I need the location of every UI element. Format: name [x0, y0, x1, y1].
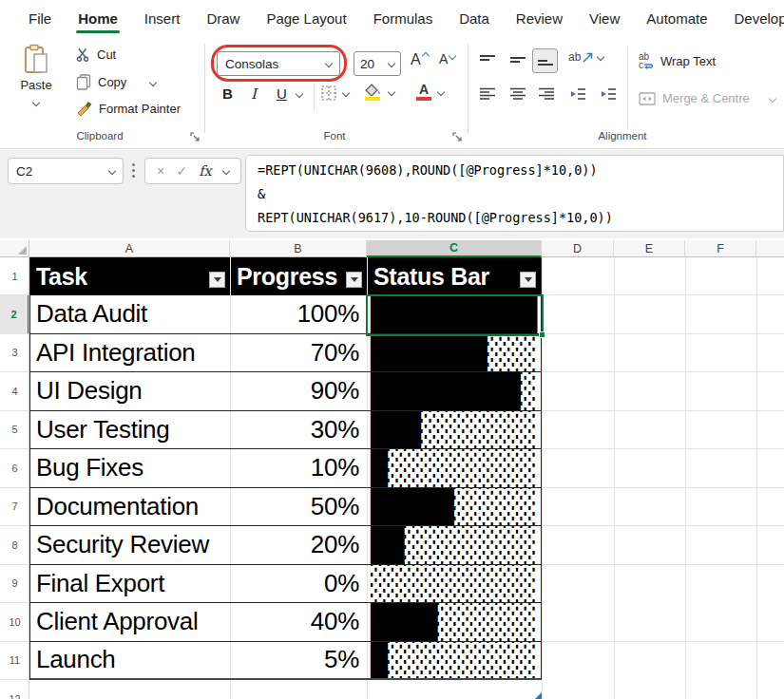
cell-task[interactable]: Launch [30, 642, 231, 679]
align-top-button[interactable] [479, 53, 496, 66]
filter-button-task[interactable] [209, 272, 225, 288]
table-header-progress[interactable]: Progress [231, 257, 368, 295]
cell-progress[interactable]: 5% [231, 642, 368, 679]
cell-task[interactable]: Security Review [30, 526, 231, 564]
bold-button[interactable]: B [222, 85, 233, 102]
cell-status-bar[interactable]: █████████░ [368, 372, 541, 410]
row-header-2[interactable]: 2 [0, 295, 29, 334]
filter-button-status-bar[interactable] [520, 272, 536, 288]
cell-progress[interactable]: 10% [231, 449, 368, 487]
column-header-D[interactable]: D [542, 240, 614, 257]
name-box[interactable]: C2 [8, 158, 124, 184]
cell-status-bar[interactable]: ███████░░░ [368, 334, 541, 372]
fill-handle[interactable] [539, 331, 545, 338]
tab-developer[interactable]: Developer [721, 2, 784, 35]
font-color-button[interactable]: A [416, 84, 444, 101]
row-header-1[interactable]: 1 [0, 257, 29, 295]
merge-centre-button[interactable]: Merge & Centre [639, 91, 775, 105]
row-header-3[interactable]: 3 [0, 334, 29, 373]
paste-button[interactable]: Paste [13, 42, 59, 123]
align-middle-button[interactable] [509, 53, 526, 66]
tab-view[interactable]: View [576, 2, 633, 35]
cell-task[interactable]: Client Approval [30, 603, 231, 641]
row-header-7[interactable]: 7 [0, 488, 29, 527]
cell-status-bar[interactable]: ████░░░░░░ [368, 603, 541, 641]
tab-automate[interactable]: Automate [633, 2, 720, 35]
formula-input[interactable]: =REPT(UNICHAR(9608),ROUND([@Progress]*10… [245, 155, 784, 232]
fx-chevron-down-icon[interactable] [222, 167, 230, 175]
tab-insert[interactable]: Insert [131, 2, 194, 35]
tab-page-layout[interactable]: Page Layout [253, 2, 359, 35]
underline-chevron-down-icon[interactable] [296, 90, 303, 98]
column-header-F[interactable]: F [685, 240, 756, 257]
table-header-status-bar[interactable]: Status Bar [368, 257, 541, 295]
tab-data[interactable]: Data [446, 2, 503, 35]
tab-draw[interactable]: Draw [193, 2, 253, 35]
cell-progress[interactable]: 70% [231, 334, 368, 372]
cell-status-bar[interactable]: █████░░░░░ [368, 488, 541, 526]
row-header-6[interactable]: 6 [0, 449, 29, 488]
cell-progress[interactable]: 90% [231, 372, 368, 410]
fill-color-button[interactable] [365, 84, 394, 101]
format-painter-button[interactable]: Format Painter [76, 101, 181, 116]
cell-progress[interactable]: 0% [231, 565, 368, 603]
cell-progress[interactable]: 50% [231, 488, 368, 526]
column-header-E[interactable]: E [614, 240, 685, 257]
enter-icon[interactable]: ✓ [176, 163, 187, 179]
cell-status-bar[interactable]: █░░░░░░░░░ [368, 449, 541, 487]
align-center-button[interactable] [509, 87, 526, 101]
cell-status-bar[interactable]: ███░░░░░░░ [368, 411, 541, 449]
cell-status-bar[interactable]: ░░░░░░░░░░ [368, 565, 541, 603]
borders-button[interactable] [321, 85, 349, 101]
cell-task[interactable]: User Testing [30, 411, 231, 449]
cell-task[interactable]: API Integration [30, 334, 231, 372]
italic-button[interactable]: I [251, 85, 257, 103]
cell-progress[interactable]: 100% [231, 295, 368, 333]
row-header-4[interactable]: 4 [0, 372, 29, 411]
cell-status-bar[interactable]: ██░░░░░░░░ [368, 526, 541, 564]
filter-button-progress[interactable] [346, 272, 362, 288]
cut-button[interactable]: Cut [76, 47, 116, 62]
tab-home[interactable]: Home [65, 2, 131, 35]
align-left-button[interactable] [479, 87, 496, 101]
cancel-icon[interactable]: × [157, 163, 164, 179]
column-header-G[interactable] [756, 240, 784, 257]
font-size-combo[interactable]: 20 [354, 51, 401, 76]
underline-button[interactable]: U [277, 85, 287, 102]
tab-review[interactable]: Review [503, 2, 576, 35]
tab-file[interactable]: File [15, 2, 65, 35]
cell-progress[interactable]: 40% [231, 603, 368, 641]
insert-function-icon[interactable]: fx [199, 163, 212, 179]
wrap-text-button[interactable]: ab c Wrap Text [639, 53, 716, 69]
increase-font-size-button[interactable]: A [411, 51, 429, 68]
table-resize-handle[interactable] [534, 692, 542, 699]
row-header-5[interactable]: 5 [0, 411, 29, 450]
row-header-10[interactable]: 10 [0, 603, 29, 642]
align-bottom-button[interactable] [532, 48, 558, 73]
cell-task[interactable]: Documentation [30, 488, 231, 526]
decrease-font-size-button[interactable]: A [439, 51, 455, 66]
cell-progress[interactable]: 20% [231, 526, 368, 564]
clipboard-dialog-launcher-icon[interactable] [190, 132, 201, 142]
column-header-A[interactable]: A [29, 240, 230, 257]
select-all-corner[interactable] [0, 240, 29, 257]
font-dialog-launcher-icon[interactable] [452, 132, 463, 142]
table-header-task[interactable]: Task [30, 257, 231, 295]
cell-task[interactable]: UI Design [30, 372, 231, 410]
vertical-dots-handle[interactable] [132, 163, 135, 166]
cell-task[interactable]: Final Export [30, 565, 231, 603]
tab-formulas[interactable]: Formulas [360, 2, 447, 35]
increase-indent-button[interactable] [601, 87, 617, 101]
align-right-button[interactable] [538, 87, 555, 101]
row-header-12[interactable]: 12 [0, 680, 29, 699]
decrease-indent-button[interactable] [570, 87, 586, 101]
cell-progress[interactable]: 30% [231, 411, 368, 449]
cell-status-bar[interactable]: █░░░░░░░░░ [368, 642, 541, 679]
row-header-11[interactable]: 11 [0, 642, 29, 681]
column-header-C[interactable]: C [367, 240, 542, 257]
cell-task[interactable]: Data Audit [30, 295, 231, 333]
column-header-B[interactable]: B [230, 240, 367, 257]
copy-button[interactable]: Copy [76, 74, 156, 90]
row-header-8[interactable]: 8 [0, 526, 29, 565]
cell-task[interactable]: Bug Fixes [30, 449, 231, 487]
